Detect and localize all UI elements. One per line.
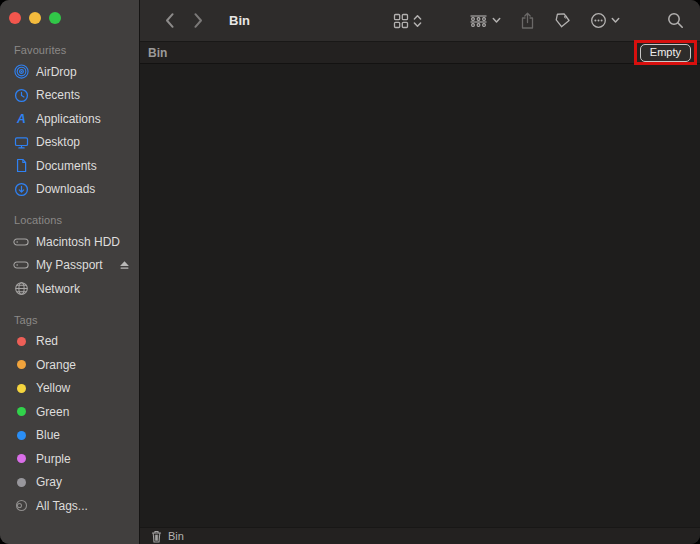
- tag-dot-icon: [13, 357, 29, 373]
- sidebar-item-tag-blue[interactable]: Blue: [0, 424, 139, 448]
- sidebar-item-desktop[interactable]: Desktop: [0, 131, 139, 155]
- tag-dot-icon: [13, 404, 29, 420]
- sidebar-item-label: Red: [36, 334, 58, 348]
- main-panel: Bin: [140, 0, 700, 544]
- sidebar-item-label: Desktop: [36, 135, 80, 149]
- sidebar-item-network[interactable]: Network: [0, 277, 139, 301]
- sidebar-section-tags: Tags Red Orange Yellow Green Blue: [0, 301, 139, 518]
- downloads-icon: [13, 181, 29, 197]
- tag-dot-icon: [13, 427, 29, 443]
- toolbar-actions: [393, 12, 684, 30]
- close-button[interactable]: [9, 12, 21, 24]
- red-highlight-annotation: Empty: [634, 40, 697, 65]
- sidebar-item-label: Purple: [36, 452, 71, 466]
- window-controls: [0, 0, 139, 24]
- eject-icon[interactable]: [119, 260, 130, 270]
- sidebar-item-applications[interactable]: A Applications: [0, 107, 139, 131]
- sidebar-section-favourites: Favourites AirDrop Recents A Application…: [0, 24, 139, 201]
- share-button[interactable]: [520, 12, 535, 30]
- sidebar-item-label: AirDrop: [36, 65, 77, 79]
- desktop-icon: [13, 134, 29, 150]
- window-title: Bin: [229, 13, 250, 28]
- sidebar-item-label: Green: [36, 405, 69, 419]
- sidebar-item-label: Recents: [36, 88, 80, 102]
- svg-text:A: A: [16, 112, 26, 126]
- empty-bin-button[interactable]: Empty: [640, 44, 691, 62]
- sidebar-item-label: Macintosh HDD: [36, 235, 120, 249]
- sidebar-item-documents[interactable]: Documents: [0, 154, 139, 178]
- zoom-button[interactable]: [49, 12, 61, 24]
- hard-drive-icon: [13, 234, 29, 250]
- sidebar-item-tag-purple[interactable]: Purple: [0, 447, 139, 471]
- sidebar-item-tag-red[interactable]: Red: [0, 330, 139, 354]
- sidebar-item-label: All Tags...: [36, 499, 88, 513]
- clock-icon: [13, 87, 29, 103]
- more-options-button[interactable]: [590, 12, 620, 29]
- globe-icon: [13, 281, 29, 297]
- airdrop-icon: [13, 64, 29, 80]
- tag-dot-icon: [13, 380, 29, 396]
- sidebar-item-tag-green[interactable]: Green: [0, 400, 139, 424]
- status-location-label: Bin: [168, 530, 184, 542]
- sidebar-item-label: Yellow: [36, 381, 70, 395]
- sidebar-item-label: Applications: [36, 112, 101, 126]
- sidebar: Favourites AirDrop Recents A Application…: [0, 0, 140, 544]
- folder-name-label: Bin: [148, 46, 167, 60]
- finder-window: Favourites AirDrop Recents A Application…: [0, 0, 700, 544]
- sidebar-item-label: Documents: [36, 159, 97, 173]
- status-bar: Bin: [140, 527, 700, 544]
- view-selector-button[interactable]: [393, 13, 422, 29]
- back-button[interactable]: [158, 9, 180, 33]
- tag-dot-icon: [13, 474, 29, 490]
- sidebar-item-airdrop[interactable]: AirDrop: [0, 60, 139, 84]
- section-title: Locations: [0, 214, 139, 230]
- sidebar-section-locations: Locations Macintosh HDD My Passport: [0, 201, 139, 301]
- all-tags-icon: [13, 498, 29, 514]
- tag-dot-icon: [13, 451, 29, 467]
- sidebar-item-label: My Passport: [36, 258, 103, 272]
- toolbar: Bin: [140, 0, 700, 41]
- sidebar-item-label: Blue: [36, 428, 60, 442]
- sidebar-item-recents[interactable]: Recents: [0, 84, 139, 108]
- sidebar-item-tag-yellow[interactable]: Yellow: [0, 377, 139, 401]
- bin-icon: [151, 530, 162, 543]
- sidebar-item-tag-orange[interactable]: Orange: [0, 353, 139, 377]
- section-title: Favourites: [0, 44, 139, 60]
- sidebar-item-downloads[interactable]: Downloads: [0, 178, 139, 202]
- hard-drive-icon: [13, 257, 29, 273]
- sidebar-item-label: Network: [36, 282, 80, 296]
- folder-header-bar: Bin Empty: [140, 41, 700, 64]
- forward-button[interactable]: [187, 9, 209, 33]
- sidebar-item-my-passport[interactable]: My Passport: [0, 254, 139, 278]
- search-button[interactable]: [667, 12, 684, 29]
- sidebar-item-tag-gray[interactable]: Gray: [0, 471, 139, 495]
- tag-button[interactable]: [554, 12, 571, 29]
- chevron-updown-icon: [413, 14, 422, 28]
- section-title: Tags: [0, 314, 139, 330]
- chevron-down-icon: [611, 17, 620, 24]
- group-by-button[interactable]: [469, 14, 501, 28]
- applications-icon: A: [13, 111, 29, 127]
- tag-dot-icon: [13, 333, 29, 349]
- sidebar-item-macintosh-hdd[interactable]: Macintosh HDD: [0, 230, 139, 254]
- sidebar-item-label: Gray: [36, 475, 62, 489]
- document-icon: [13, 158, 29, 174]
- sidebar-item-label: Orange: [36, 358, 76, 372]
- chevron-down-icon: [492, 17, 501, 24]
- file-list-area: [140, 64, 700, 527]
- sidebar-item-label: Downloads: [36, 182, 95, 196]
- sidebar-item-all-tags[interactable]: All Tags...: [0, 494, 139, 518]
- minimize-button[interactable]: [29, 12, 41, 24]
